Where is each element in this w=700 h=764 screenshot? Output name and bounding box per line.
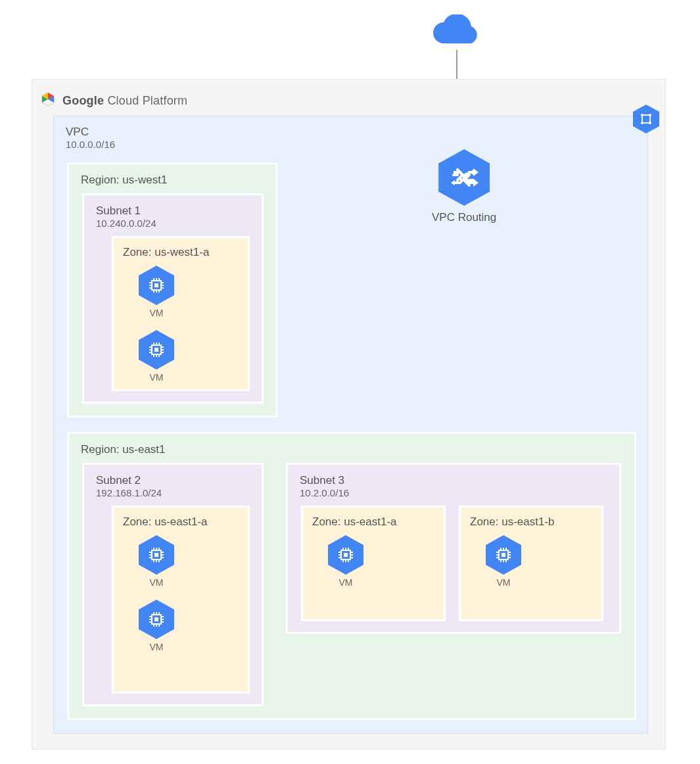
vpc-routing-label: VPC Routing bbox=[432, 211, 496, 224]
vm-label: VM bbox=[150, 642, 164, 652]
internet-cloud-icon bbox=[431, 14, 483, 54]
compute-chip-icon bbox=[328, 535, 363, 575]
vpc-title: VPC bbox=[66, 126, 115, 139]
subnet-title: Subnet 3 bbox=[300, 474, 607, 487]
compute-chip-icon bbox=[139, 600, 174, 639]
zone-us-east1-a-s2: Zone: us-east1-a VM VM bbox=[112, 506, 250, 694]
zone-label: Zone: us-east1-a bbox=[312, 515, 434, 529]
vm-label: VM bbox=[150, 308, 164, 318]
zone-us-east1-b: Zone: us-east1-b VM bbox=[459, 506, 603, 621]
subnet-cidr: 10.240.0.0/24 bbox=[96, 218, 250, 229]
vm-label: VM bbox=[497, 577, 511, 588]
compute-chip-icon bbox=[486, 535, 521, 575]
vm-node: VM bbox=[133, 600, 179, 652]
vpc-cidr: 10.0.0.0/16 bbox=[66, 139, 115, 150]
routing-hex-icon bbox=[438, 149, 490, 206]
subnet-2: Subnet 2 192.168.1.0/24 Zone: us-east1-a… bbox=[82, 463, 264, 706]
region-us-east1: Region: us-east1 Subnet 2 192.168.1.0/24… bbox=[67, 432, 636, 720]
svg-point-11 bbox=[641, 122, 643, 124]
vpc-network-badge-icon bbox=[633, 105, 659, 133]
svg-marker-17 bbox=[473, 168, 478, 176]
svg-rect-76 bbox=[344, 553, 348, 557]
svg-point-9 bbox=[641, 114, 643, 116]
svg-point-12 bbox=[649, 122, 651, 124]
compute-chip-icon bbox=[139, 330, 174, 370]
vm-node: VM bbox=[133, 330, 179, 383]
svg-marker-18 bbox=[473, 179, 478, 187]
vpc-routing-node: VPC Routing bbox=[432, 149, 496, 224]
region-label: Region: us-west1 bbox=[81, 174, 264, 187]
subnet-3: Subnet 3 10.2.0.0/16 Zone: us-east1-a VM… bbox=[286, 463, 621, 634]
vm-node: VM bbox=[133, 266, 179, 318]
zone-label: Zone: us-west1-a bbox=[123, 246, 239, 259]
vm-node: VM bbox=[323, 535, 369, 588]
region-label: Region: us-east1 bbox=[81, 443, 622, 456]
svg-rect-20 bbox=[154, 283, 158, 287]
zone-label: Zone: us-east1-b bbox=[470, 515, 592, 529]
vm-label: VM bbox=[150, 372, 164, 383]
compute-chip-icon bbox=[139, 535, 174, 575]
subnet-1: Subnet 1 10.240.0.0/24 Zone: us-west1-a … bbox=[82, 193, 264, 404]
vpc-container: VPC 10.0.0.0/16 VPC bbox=[53, 116, 648, 734]
vm-label: VM bbox=[150, 577, 164, 588]
vm-label: VM bbox=[339, 577, 353, 588]
gcp-header: Google Cloud Platform bbox=[40, 91, 187, 110]
subnet-cidr: 192.168.1.0/24 bbox=[96, 487, 250, 498]
svg-rect-90 bbox=[502, 553, 505, 557]
region-us-west1: Region: us-west1 Subnet 1 10.240.0.0/24 … bbox=[67, 162, 277, 418]
svg-point-10 bbox=[649, 114, 651, 116]
gcp-platform-container: Google Cloud Platform VPC 10.0.0.0/16 bbox=[32, 79, 666, 750]
svg-rect-34 bbox=[154, 348, 158, 352]
subnet-cidr: 10.2.0.0/16 bbox=[300, 487, 607, 498]
zone-label: Zone: us-east1-a bbox=[123, 515, 239, 529]
vm-node: VM bbox=[133, 535, 179, 588]
vm-node: VM bbox=[480, 535, 526, 588]
gcp-logo-icon bbox=[40, 91, 56, 110]
compute-chip-icon bbox=[139, 266, 174, 305]
gcp-brand-text: Google Cloud Platform bbox=[62, 94, 187, 108]
zone-us-west1-a: Zone: us-west1-a VM VM bbox=[112, 236, 250, 391]
svg-rect-62 bbox=[154, 617, 158, 621]
subnet-title: Subnet 2 bbox=[96, 474, 250, 487]
svg-rect-8 bbox=[642, 115, 650, 123]
svg-rect-48 bbox=[154, 553, 158, 557]
zone-us-east1-a-s3: Zone: us-east1-a VM bbox=[301, 506, 446, 621]
subnet-title: Subnet 1 bbox=[96, 204, 250, 218]
